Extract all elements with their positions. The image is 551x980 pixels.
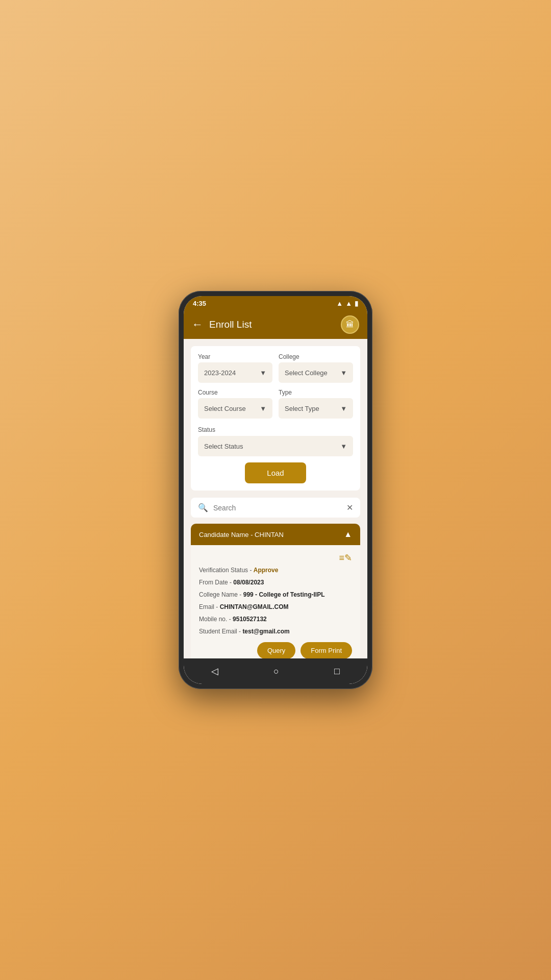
year-select[interactable]: 2023-2024 ▼ [198, 362, 272, 383]
course-value: Select Course [204, 405, 246, 412]
form-print-button[interactable]: Form Print [300, 642, 352, 658]
search-bar: 🔍 ✕ [191, 498, 360, 518]
chevron-up-icon-chintan: ▲ [344, 530, 352, 539]
filter-form: Year 2023-2024 ▼ College Select College … [191, 346, 360, 491]
load-button[interactable]: Load [245, 462, 306, 483]
edit-icon[interactable]: ≡✎ [339, 552, 352, 564]
form-row-2: Course Select Course ▼ Type Select Type … [198, 389, 353, 419]
type-label: Type [279, 389, 353, 396]
wifi-icon: ▲ [336, 300, 343, 307]
candidate-body-chintan: ≡✎ Verification Status - Approve From Da… [191, 545, 360, 658]
college-select[interactable]: Select College ▼ [279, 362, 353, 383]
mobile-row: Mobile no. - 9510527132 [199, 615, 352, 624]
course-select[interactable]: Select Course ▼ [198, 398, 272, 419]
nav-recent-button[interactable]: □ [326, 664, 348, 679]
status-group: Status Select Status ▼ [198, 425, 353, 456]
search-icon: 🔍 [198, 503, 208, 512]
year-label: Year [198, 353, 272, 360]
status-bar: 4:35 ▲ ▲ ▮ [184, 296, 367, 310]
back-button[interactable]: ← [192, 318, 203, 331]
type-dropdown-arrow: ▼ [340, 405, 347, 412]
college-name-row: College Name - 999 - College of Testing-… [199, 590, 352, 599]
type-value: Select Type [285, 405, 319, 412]
edit-icon-row: ≡✎ [199, 552, 352, 564]
student-email-value: test@gmail.com [242, 628, 289, 635]
from-date-value: 08/08/2023 [233, 579, 264, 586]
phone-screen: 4:35 ▲ ▲ ▮ ← Enroll List 🏛 Year [184, 296, 367, 684]
course-group: Course Select Course ▼ [198, 389, 272, 419]
mobile-value: 9510527132 [233, 616, 267, 623]
email-value: CHINTAN@GMAIL.COM [220, 603, 289, 610]
status-select[interactable]: Select Status ▼ [198, 436, 353, 456]
verification-row: Verification Status - Approve [199, 566, 352, 575]
search-input[interactable] [213, 504, 341, 512]
candidate-card-chintan: Candidate Name - CHINTAN ▲ ≡✎ Verificati… [191, 524, 360, 658]
verification-value: Approve [254, 567, 279, 574]
candidate-header-chintan[interactable]: Candidate Name - CHINTAN ▲ [191, 524, 360, 545]
status-value: Select Status [204, 443, 243, 450]
nav-back-button[interactable]: ◁ [203, 664, 227, 679]
course-dropdown-arrow: ▼ [260, 405, 266, 412]
nav-home-button[interactable]: ○ [265, 664, 287, 679]
status-dropdown-arrow: ▼ [340, 443, 347, 450]
college-dropdown-arrow: ▼ [340, 369, 347, 377]
course-label: Course [198, 389, 272, 396]
logo-icon: 🏛 [346, 320, 354, 329]
type-group: Type Select Type ▼ [279, 389, 353, 419]
clear-search-icon[interactable]: ✕ [346, 503, 353, 512]
signal-icon: ▲ [345, 300, 352, 307]
query-button[interactable]: Query [257, 642, 295, 658]
student-email-row: Student Email - test@gmail.com [199, 627, 352, 636]
header-title: Enroll List [209, 319, 335, 330]
form-row-1: Year 2023-2024 ▼ College Select College … [198, 353, 353, 383]
college-label: College [279, 353, 353, 360]
main-content: Year 2023-2024 ▼ College Select College … [184, 339, 367, 658]
college-value: Select College [285, 369, 328, 377]
from-date-row: From Date - 08/08/2023 [199, 578, 352, 587]
action-buttons: Query Form Print [199, 642, 352, 658]
header-logo: 🏛 [341, 315, 359, 334]
battery-icon: ▮ [355, 300, 358, 307]
status-label: Status [198, 426, 215, 433]
type-select[interactable]: Select Type ▼ [279, 398, 353, 419]
college-group: College Select College ▼ [279, 353, 353, 383]
year-dropdown-arrow: ▼ [260, 369, 266, 377]
college-name-value: 999 - College of Testing-IIPL [243, 591, 325, 598]
year-group: Year 2023-2024 ▼ [198, 353, 272, 383]
status-time: 4:35 [193, 300, 206, 307]
year-value: 2023-2024 [204, 369, 236, 377]
candidate-name-chintan: Candidate Name - CHINTAN [199, 531, 284, 538]
email-row: Email - CHINTAN@GMAIL.COM [199, 602, 352, 611]
status-icons: ▲ ▲ ▮ [336, 300, 358, 307]
bottom-nav: ◁ ○ □ [184, 658, 367, 684]
app-header: ← Enroll List 🏛 [184, 310, 367, 339]
phone-frame: 4:35 ▲ ▲ ▮ ← Enroll List 🏛 Year [179, 291, 372, 689]
